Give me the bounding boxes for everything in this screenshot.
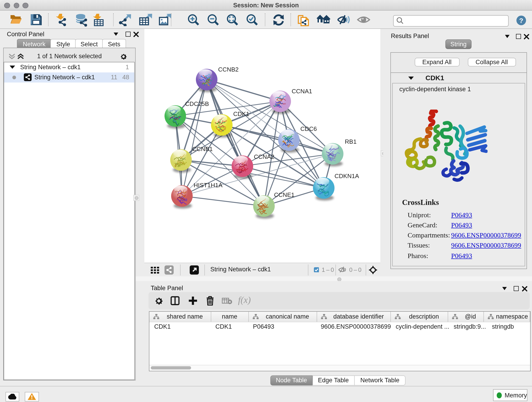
svg-text:CCNB1: CCNB1 — [192, 145, 213, 152]
svg-text:CCNB2: CCNB2 — [218, 66, 239, 73]
svg-text:CDK1: CDK1 — [233, 110, 249, 117]
svg-text:CCNA1: CCNA1 — [292, 88, 312, 95]
svg-text:HIST1H1A: HIST1H1A — [194, 182, 223, 188]
svg-text:CDKN1A: CDKN1A — [335, 172, 359, 179]
svg-text:CDC25B: CDC25B — [185, 100, 209, 107]
svg-text:RB1: RB1 — [345, 138, 356, 145]
svg-text:CCNA2: CCNA2 — [254, 153, 274, 160]
svg-text:CCNE1: CCNE1 — [274, 191, 294, 198]
svg-text:CDC6: CDC6 — [300, 125, 317, 132]
